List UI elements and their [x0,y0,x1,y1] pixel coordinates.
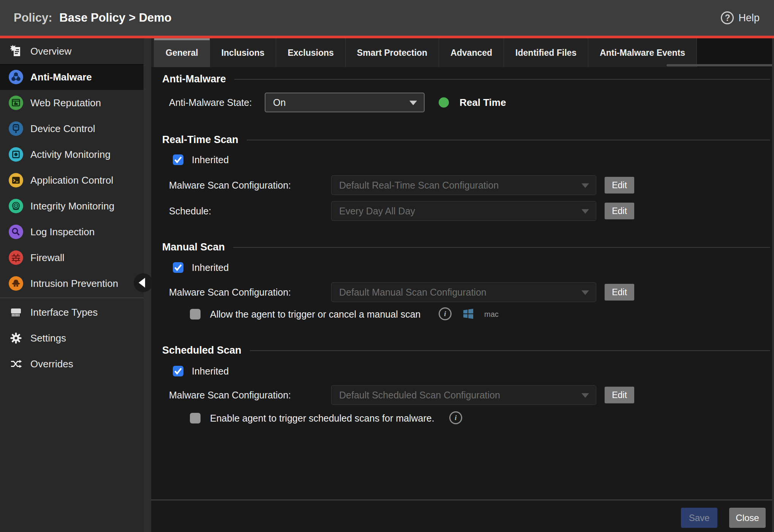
sidebar-item-anti-malware[interactable]: Anti-Malware [0,64,144,90]
inherited-checkbox[interactable] [173,262,183,273]
tab-advanced[interactable]: Advanced [439,38,504,67]
sidebar-item-label: Log Inspection [30,226,95,238]
scheduled-enable-row: Enable agent to trigger scheduled scans … [144,413,774,423]
sidebar-item-interface-types[interactable]: Interface Types [0,299,144,325]
window-scrollbar-track[interactable] [772,38,774,532]
accent-divider [0,36,774,38]
tab-identified-files[interactable]: Identified Files [504,38,588,67]
sidebar-item-web-reputation[interactable]: Web Reputation [0,90,144,116]
check-icon [174,264,182,271]
status-green-dot [439,98,449,108]
device-control-icon [8,120,24,137]
enable-scheduled-scan-checkbox[interactable] [190,413,201,423]
save-button[interactable]: Save [681,508,717,528]
real-time-config-row: Malware Scan Configuration: Default Real… [144,175,774,195]
sidebar-item-label: Web Reputation [30,97,101,109]
inherited-label: Inherited [192,366,229,377]
help-icon: ? [721,11,734,24]
section-title: Manual Scan [162,241,225,253]
section-title: Real-Time Scan [162,134,239,146]
inherited-checkbox[interactable] [173,366,183,376]
sidebar-item-label: Activity Monitoring [30,149,111,161]
tab-anti-malware-events[interactable]: Anti-Malware Events [588,38,697,67]
sidebar-item-label: Anti-Malware [30,71,92,83]
inherited-label: Inherited [192,154,229,165]
tab-exclusions[interactable]: Exclusions [276,38,345,67]
info-icon[interactable]: i [439,307,452,320]
malware-scan-config-label: Malware Scan Configuration: [169,180,291,191]
activity-monitoring-icon [8,146,24,163]
edit-button[interactable]: Edit [605,387,634,403]
info-icon[interactable]: i [449,411,462,424]
check-icon [174,367,182,375]
sidebar-item-label: Settings [30,332,66,344]
section-title: Anti-Malware [162,73,226,85]
section-manual-scan-heading: Manual Scan [162,241,770,253]
schedule-label: Schedule: [169,206,211,217]
sidebar-separator [0,297,144,298]
sidebar-item-label: Overview [30,46,71,57]
sidebar-item-label: Application Control [30,175,113,186]
application-control-icon [8,172,24,189]
section-rule [247,140,770,140]
help-button[interactable]: ? Help [721,0,760,36]
allow-manual-scan-checkbox[interactable] [190,309,201,320]
sidebar-item-firewall[interactable]: Firewall [0,245,144,271]
section-real-time-scan-heading: Real-Time Scan [162,134,770,146]
sidebar-item-overview[interactable]: Overview [0,38,144,64]
inherited-checkbox[interactable] [173,154,183,165]
sidebar-item-intrusion-prevention[interactable]: Intrusion Prevention [0,271,144,296]
overview-icon [8,43,24,60]
chevron-down-icon [581,183,589,188]
real-time-inherited-row: Inherited [144,154,774,165]
chevron-down-icon [409,101,417,105]
policy-editor-window: Policy: Base Policy > Demo ? Help Overvi… [0,0,774,532]
schedule-row: Schedule: Every Day All Day Edit [144,201,774,221]
sidebar-item-log-inspection[interactable]: Log Inspection [0,219,144,245]
tab-inclusions[interactable]: Inclusions [210,38,276,67]
edit-button[interactable]: Edit [605,284,634,301]
firewall-icon [8,249,24,266]
main-panel: General Inclusions Exclusions Smart Prot… [144,38,774,532]
sidebar-item-overrides[interactable]: Overrides [0,351,144,377]
tab-general[interactable]: General [154,38,210,67]
chevron-left-icon [139,278,145,288]
section-rule [233,247,770,248]
anti-malware-state-dropdown[interactable]: On [265,93,425,112]
chevron-down-icon [581,393,589,398]
sidebar-item-settings[interactable]: Settings [0,325,144,351]
sidebar-nav: Overview Anti-Malware Web Reputation Dev… [0,38,144,532]
edit-button[interactable]: Edit [605,203,634,219]
page-title-prefix: Policy: [14,11,52,24]
dropdown-value: On [273,97,286,108]
scheduled-config-row: Malware Scan Configuration: Default Sche… [144,385,774,405]
edit-button[interactable]: Edit [605,177,634,194]
manual-config-dropdown: Default Manual Scan Configuration [331,282,596,302]
chevron-down-icon [581,209,589,214]
help-label: Help [738,12,760,24]
sidebar-item-label: Interface Types [30,307,98,318]
section-anti-malware-heading: Anti-Malware [162,73,770,85]
tab-scrollbar-thumb[interactable] [667,64,774,66]
tab-smart-protection[interactable]: Smart Protection [346,38,439,67]
settings-gear-icon [8,330,24,346]
sidebar-item-activity-monitoring[interactable]: Activity Monitoring [0,142,144,167]
sidebar-collapse-button[interactable] [134,273,153,292]
dropdown-value: Default Real-Time Scan Configuration [339,180,499,191]
sidebar-item-label: Intrusion Prevention [30,278,118,290]
windows-logo-icon [463,308,474,321]
interface-types-icon [8,304,24,321]
section-rule [250,350,770,351]
enable-scheduled-scan-label: Enable agent to trigger scheduled scans … [210,413,434,424]
header-bar: Policy: Base Policy > Demo ? Help [0,0,774,36]
sidebar-item-device-control[interactable]: Device Control [0,116,144,142]
section-rule [234,79,770,80]
sidebar-item-integrity-monitoring[interactable]: Integrity Monitoring [0,193,144,219]
close-button[interactable]: Close [729,508,766,528]
manual-inherited-row: Inherited [144,262,774,273]
real-time-config-dropdown: Default Real-Time Scan Configuration [331,175,596,195]
sidebar-item-application-control[interactable]: Application Control [0,167,144,193]
scheduled-config-dropdown: Default Scheduled Scan Configuration [331,385,596,405]
integrity-monitoring-icon [8,198,24,214]
anti-malware-state-label: Anti-Malware State: [169,97,252,108]
